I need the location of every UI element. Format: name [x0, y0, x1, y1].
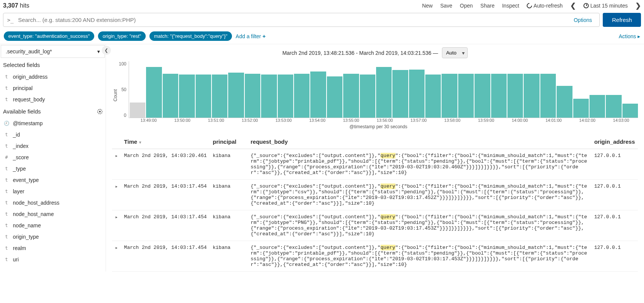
- histogram-bar[interactable]: [540, 74, 556, 118]
- histogram-bar[interactable]: [376, 67, 392, 118]
- interval-select[interactable]: Auto: [442, 47, 468, 58]
- x-tick: 13:49:00: [132, 118, 165, 123]
- histogram-bar[interactable]: [507, 74, 523, 118]
- expand-row-button[interactable]: ▸: [112, 241, 121, 272]
- y-tick: 0: [124, 113, 126, 118]
- field-type-icon: t: [4, 74, 9, 79]
- histogram-bar[interactable]: [245, 74, 260, 118]
- field-type-icon: t: [4, 234, 9, 239]
- new-button[interactable]: New: [422, 3, 432, 9]
- field-type-icon: 🕘: [4, 121, 9, 126]
- histogram-bar[interactable]: [458, 74, 474, 118]
- field-item[interactable]: t_index: [0, 140, 106, 152]
- histogram-bar[interactable]: [343, 74, 359, 118]
- histogram-bar[interactable]: [163, 74, 178, 118]
- documents-table: Time▼ principal request_body origin_addr…: [112, 135, 638, 272]
- histogram-bar[interactable]: [622, 104, 638, 118]
- histogram-bar[interactable]: [474, 74, 490, 118]
- histogram-bar[interactable]: [442, 74, 457, 118]
- index-pattern-select[interactable]: .security_audit_log* ▾: [1, 45, 105, 58]
- histogram-bar[interactable]: [425, 75, 441, 118]
- field-item[interactable]: tnode_host_name: [0, 208, 106, 220]
- field-name: layer: [13, 188, 24, 194]
- histogram-bar[interactable]: [491, 74, 507, 118]
- expand-row-button[interactable]: ▸: [112, 149, 121, 180]
- open-button[interactable]: Open: [460, 3, 473, 9]
- search-box[interactable]: >_ Options: [3, 13, 600, 27]
- histogram-bar[interactable]: [557, 86, 572, 118]
- field-item[interactable]: tnode_name: [0, 220, 106, 231]
- histogram-bar[interactable]: [392, 70, 408, 118]
- field-item[interactable]: tevent_type: [0, 174, 106, 186]
- expand-row-button[interactable]: ▸: [112, 210, 121, 241]
- search-options-link[interactable]: Options: [570, 17, 596, 23]
- field-item[interactable]: t_id: [0, 129, 106, 140]
- field-item[interactable]: tlayer: [0, 186, 106, 197]
- histogram-bar[interactable]: [130, 103, 145, 118]
- column-header-time[interactable]: Time▼: [121, 135, 210, 149]
- field-name: _score: [13, 154, 29, 160]
- gear-icon[interactable]: [97, 109, 103, 114]
- histogram-bar[interactable]: [294, 74, 310, 118]
- histogram-bar[interactable]: [360, 75, 375, 118]
- field-item[interactable]: torigin_type: [0, 231, 106, 242]
- field-item[interactable]: trealm: [0, 242, 106, 254]
- x-tick: 14:02:00: [571, 118, 604, 123]
- table-row: ▸March 2nd 2019, 14:03:20.461kibana{"_so…: [112, 149, 638, 180]
- time-picker-button[interactable]: Last 15 minutes: [583, 3, 628, 9]
- column-header-origin-address[interactable]: origin_address: [591, 135, 638, 149]
- histogram-bar[interactable]: [606, 95, 621, 118]
- refresh-icon: [526, 2, 533, 9]
- refresh-button[interactable]: Refresh: [603, 13, 641, 27]
- field-item[interactable]: t_type: [0, 163, 106, 174]
- field-item[interactable]: tprincipal: [0, 82, 106, 94]
- histogram-bar[interactable]: [261, 75, 277, 118]
- time-next-button[interactable]: ❯: [635, 2, 641, 10]
- add-filter-link[interactable]: Add a filter +: [236, 33, 266, 39]
- histogram-bar[interactable]: [212, 75, 227, 118]
- auto-refresh-button[interactable]: Auto-refresh: [527, 3, 563, 9]
- field-item[interactable]: torigin_address: [0, 71, 106, 82]
- column-header-request-body[interactable]: request_body: [247, 135, 591, 149]
- field-item[interactable]: tnode_host_address: [0, 197, 106, 208]
- cell-principal: kibana: [210, 210, 247, 241]
- histogram-bar[interactable]: [228, 73, 244, 118]
- histogram-bar[interactable]: [327, 76, 342, 118]
- x-tick: 14:00:00: [503, 118, 537, 123]
- field-item[interactable]: trequest_body: [0, 94, 106, 105]
- y-tick: 100: [119, 61, 126, 67]
- field-name: uri: [13, 256, 19, 263]
- cell-principal: kibana: [210, 241, 247, 272]
- filter-pill[interactable]: event_type: "authentication_success": [4, 31, 94, 41]
- histogram-chart[interactable]: Count 100500 13:49:0013:50:0013:51:0013:…: [112, 61, 638, 129]
- histogram-bar[interactable]: [278, 75, 293, 118]
- histogram-bar[interactable]: [524, 74, 539, 118]
- filter-actions-link[interactable]: Actions ▸: [619, 33, 640, 39]
- histogram-bar[interactable]: [146, 67, 162, 118]
- search-input[interactable]: [18, 17, 570, 23]
- collapse-sidebar-button[interactable]: ❮: [102, 46, 111, 55]
- field-type-icon: t: [4, 200, 9, 205]
- expand-row-button[interactable]: ▸: [112, 180, 121, 210]
- histogram-bar[interactable]: [179, 75, 194, 118]
- field-item[interactable]: #_score: [0, 152, 106, 163]
- histogram-bar[interactable]: [573, 99, 589, 118]
- inspect-button[interactable]: Inspect: [502, 3, 519, 9]
- x-tick: 13:55:00: [334, 118, 368, 123]
- filter-pill[interactable]: match: "{"request_body":"query"}": [149, 31, 232, 41]
- time-prev-button[interactable]: ❮: [570, 2, 576, 10]
- column-header-principal[interactable]: principal: [210, 135, 247, 149]
- sort-desc-icon: ▼: [138, 140, 142, 145]
- filter-pill[interactable]: origin_type: "rest": [98, 31, 146, 41]
- field-name: node_host_name: [13, 211, 54, 217]
- field-item[interactable]: turi: [0, 254, 106, 265]
- cell-time: March 2nd 2019, 14:03:17.454: [121, 210, 210, 241]
- share-button[interactable]: Share: [481, 3, 495, 9]
- histogram-bar[interactable]: [310, 71, 326, 118]
- field-item[interactable]: 🕘@timestamp: [0, 118, 106, 129]
- histogram-bar[interactable]: [409, 70, 425, 118]
- histogram-bar[interactable]: [196, 75, 211, 118]
- save-button[interactable]: Save: [440, 3, 452, 9]
- histogram-bar[interactable]: [590, 95, 605, 118]
- cell-principal: kibana: [210, 149, 247, 180]
